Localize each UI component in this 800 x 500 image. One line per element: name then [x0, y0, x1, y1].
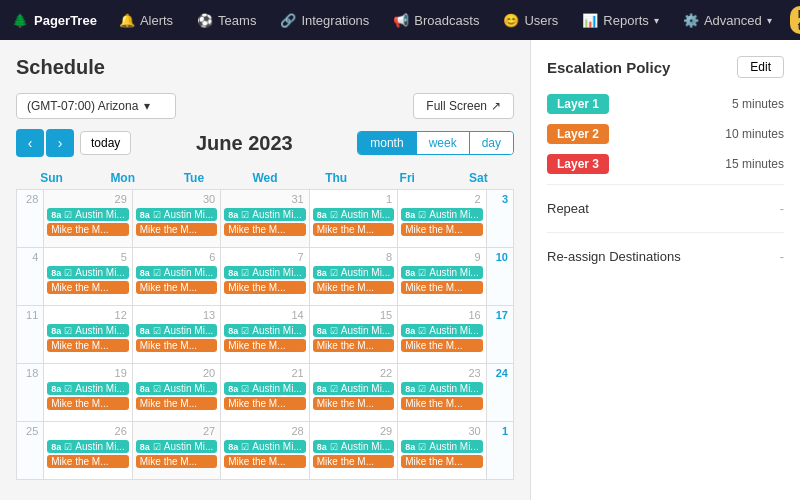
event-bar[interactable]: 8a☑Austin Mi... [224, 208, 305, 221]
cal-cell-23[interactable]: 208a☑Austin Mi...Mike the M... [133, 364, 221, 422]
nav-broadcasts[interactable]: 📢 Broadcasts [383, 0, 489, 40]
event-bar[interactable]: 8a☑Austin Mi... [401, 440, 482, 453]
event-bar[interactable]: Mike the M... [224, 455, 305, 468]
event-bar[interactable]: Mike the M... [136, 397, 217, 410]
cal-cell-33[interactable]: 308a☑Austin Mi...Mike the M... [398, 422, 486, 480]
cal-cell-20[interactable]: 17 [487, 306, 514, 364]
nav-alerts[interactable]: 🔔 Alerts [109, 0, 183, 40]
cal-cell-3[interactable]: 318a☑Austin Mi...Mike the M... [221, 190, 309, 248]
cal-cell-15[interactable]: 128a☑Austin Mi...Mike the M... [44, 306, 132, 364]
event-bar[interactable]: Mike the M... [136, 223, 217, 236]
cal-cell-16[interactable]: 138a☑Austin Mi...Mike the M... [133, 306, 221, 364]
cal-cell-24[interactable]: 218a☑Austin Mi...Mike the M... [221, 364, 309, 422]
cal-cell-1[interactable]: 298a☑Austin Mi...Mike the M... [44, 190, 132, 248]
cal-cell-12[interactable]: 98a☑Austin Mi...Mike the M... [398, 248, 486, 306]
event-bar[interactable]: Mike the M... [313, 339, 394, 352]
cal-cell-19[interactable]: 168a☑Austin Mi...Mike the M... [398, 306, 486, 364]
event-bar[interactable]: Mike the M... [47, 223, 128, 236]
cal-cell-28[interactable]: 25 [17, 422, 44, 480]
event-bar[interactable]: 8a☑Austin Mi... [136, 382, 217, 395]
event-bar[interactable]: 8a☑Austin Mi... [47, 382, 128, 395]
event-bar[interactable]: Mike the M... [47, 281, 128, 294]
cal-cell-2[interactable]: 308a☑Austin Mi...Mike the M... [133, 190, 221, 248]
event-bar[interactable]: Mike the M... [224, 223, 305, 236]
event-bar[interactable]: 8a☑Austin Mi... [313, 324, 394, 337]
nav-advanced[interactable]: ⚙️ Advanced ▾ [673, 0, 782, 40]
event-bar[interactable]: Mike the M... [313, 281, 394, 294]
day-view-button[interactable]: day [470, 132, 513, 154]
nav-users[interactable]: 😊 Users [493, 0, 568, 40]
event-bar[interactable]: 8a☑Austin Mi... [47, 324, 128, 337]
cal-cell-4[interactable]: 18a☑Austin Mi...Mike the M... [310, 190, 398, 248]
event-bar[interactable]: 8a☑Austin Mi... [47, 440, 128, 453]
cal-cell-7[interactable]: 4 [17, 248, 44, 306]
nav-reports[interactable]: 📊 Reports ▾ [572, 0, 669, 40]
event-bar[interactable]: Mike the M... [313, 455, 394, 468]
next-button[interactable]: › [46, 129, 74, 157]
escalation-edit-button[interactable]: Edit [737, 56, 784, 78]
event-bar[interactable]: 8a☑Austin Mi... [313, 266, 394, 279]
cal-cell-17[interactable]: 148a☑Austin Mi...Mike the M... [221, 306, 309, 364]
cal-cell-25[interactable]: 228a☑Austin Mi...Mike the M... [310, 364, 398, 422]
event-bar[interactable]: Mike the M... [401, 397, 482, 410]
event-bar[interactable]: Mike the M... [47, 339, 128, 352]
cal-cell-14[interactable]: 11 [17, 306, 44, 364]
cal-cell-29[interactable]: 268a☑Austin Mi...Mike the M... [44, 422, 132, 480]
timezone-select[interactable]: (GMT-07:00) Arizona ▾ [16, 93, 176, 119]
month-view-button[interactable]: month [358, 132, 416, 154]
event-bar[interactable]: Mike the M... [136, 455, 217, 468]
event-bar[interactable]: 8a☑Austin Mi... [47, 266, 128, 279]
event-bar[interactable]: 8a☑Austin Mi... [136, 266, 217, 279]
event-bar[interactable]: 8a☑Austin Mi... [224, 324, 305, 337]
cal-cell-6[interactable]: 3 [487, 190, 514, 248]
event-bar[interactable]: 8a☑Austin Mi... [136, 324, 217, 337]
event-bar[interactable]: 8a☑Austin Mi... [224, 440, 305, 453]
event-bar[interactable]: Mike the M... [401, 281, 482, 294]
event-bar[interactable]: Mike the M... [136, 281, 217, 294]
prev-button[interactable]: ‹ [16, 129, 44, 157]
cal-cell-11[interactable]: 88a☑Austin Mi...Mike the M... [310, 248, 398, 306]
event-bar[interactable]: Mike the M... [47, 397, 128, 410]
event-bar[interactable]: Mike the M... [136, 339, 217, 352]
event-bar[interactable]: 8a☑Austin Mi... [313, 382, 394, 395]
event-bar[interactable]: 8a☑Austin Mi... [224, 266, 305, 279]
event-bar[interactable]: Mike the M... [47, 455, 128, 468]
event-bar[interactable]: Mike the M... [224, 281, 305, 294]
event-bar[interactable]: Mike the M... [313, 397, 394, 410]
today-button[interactable]: today [80, 131, 131, 155]
nav-teams[interactable]: ⚽ Teams [187, 0, 266, 40]
cal-cell-18[interactable]: 158a☑Austin Mi...Mike the M... [310, 306, 398, 364]
event-bar[interactable]: 8a☑Austin Mi... [401, 208, 482, 221]
event-bar[interactable]: 8a☑Austin Mi... [136, 208, 217, 221]
event-bar[interactable]: 8a☑Austin Mi... [401, 382, 482, 395]
event-bar[interactable]: Mike the M... [401, 339, 482, 352]
event-bar[interactable]: 8a☑Austin Mi... [401, 266, 482, 279]
event-bar[interactable]: 8a☑Austin Mi... [313, 208, 394, 221]
event-bar[interactable]: Mike the M... [401, 223, 482, 236]
cal-cell-0[interactable]: 28 [17, 190, 44, 248]
cal-cell-13[interactable]: 10 [487, 248, 514, 306]
cal-cell-30[interactable]: 278a☑Austin Mi...Mike the M... [133, 422, 221, 480]
week-view-button[interactable]: week [417, 132, 470, 154]
nav-integrations[interactable]: 🔗 Integrations [270, 0, 379, 40]
cal-cell-34[interactable]: 1 [487, 422, 514, 480]
cal-cell-8[interactable]: 58a☑Austin Mi...Mike the M... [44, 248, 132, 306]
cal-cell-21[interactable]: 18 [17, 364, 44, 422]
event-bar[interactable]: 8a☑Austin Mi... [136, 440, 217, 453]
cal-cell-9[interactable]: 68a☑Austin Mi...Mike the M... [133, 248, 221, 306]
cal-cell-26[interactable]: 238a☑Austin Mi...Mike the M... [398, 364, 486, 422]
event-bar[interactable]: 8a☑Austin Mi... [224, 382, 305, 395]
cal-cell-32[interactable]: 298a☑Austin Mi...Mike the M... [310, 422, 398, 480]
cal-cell-22[interactable]: 198a☑Austin Mi...Mike the M... [44, 364, 132, 422]
event-bar[interactable]: 8a☑Austin Mi... [401, 324, 482, 337]
app-logo[interactable]: 🌲 PagerTree [12, 13, 97, 28]
event-bar[interactable]: Mike the M... [401, 455, 482, 468]
event-bar[interactable]: 8a☑Austin Mi... [313, 440, 394, 453]
event-bar[interactable]: Mike the M... [224, 397, 305, 410]
cal-cell-10[interactable]: 78a☑Austin Mi...Mike the M... [221, 248, 309, 306]
event-bar[interactable]: Mike the M... [313, 223, 394, 236]
cal-cell-27[interactable]: 24 [487, 364, 514, 422]
event-bar[interactable]: Mike the M... [224, 339, 305, 352]
cal-cell-5[interactable]: 28a☑Austin Mi...Mike the M... [398, 190, 486, 248]
cal-cell-31[interactable]: 288a☑Austin Mi...Mike the M... [221, 422, 309, 480]
